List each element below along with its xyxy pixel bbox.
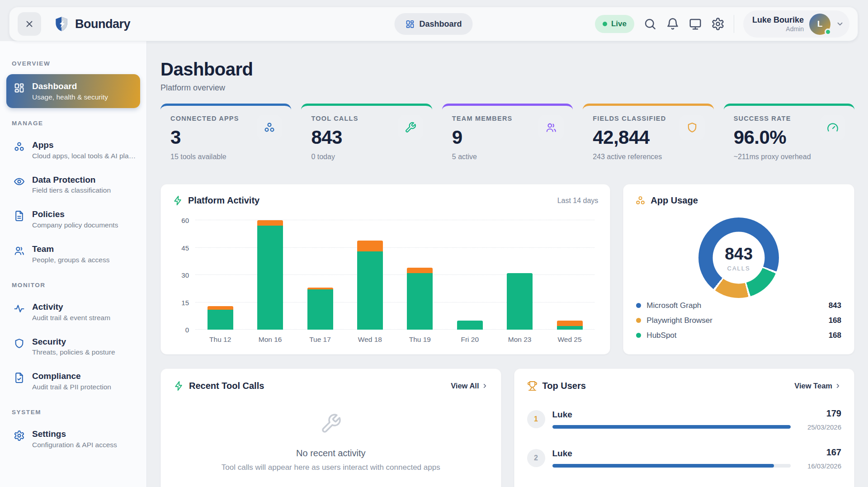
trophy-icon: [527, 381, 538, 391]
view-all-link[interactable]: View All: [451, 382, 488, 390]
close-button[interactable]: [18, 12, 41, 36]
x-axis-label: Mon 16: [259, 336, 282, 344]
sidebar-item-title: Apps: [32, 140, 136, 151]
stat-icon-box: [820, 115, 845, 140]
people-icon: [545, 122, 557, 133]
sidebar-nav: OVERVIEWDashboardUsage, health & securit…: [6, 60, 140, 455]
sidebar-item-policies[interactable]: PoliciesCompany policy documents: [6, 203, 140, 235]
legend-value: 168: [829, 316, 841, 325]
live-badge: Live: [595, 15, 634, 33]
sidebar-item-title: Policies: [32, 209, 118, 220]
platform-activity-chart: 015304560Thu 12Mon 16Tue 17Wed 18Thu 19F…: [195, 217, 594, 330]
top-user-row-3: 3Ricki4419/03/2026: [527, 480, 842, 487]
sidebar-item-compliance[interactable]: ComplianceAudit trail & PII protection: [6, 365, 140, 397]
stat-subtext: 0 today: [311, 153, 422, 161]
legend-label: Microsoft Graph: [646, 301, 701, 310]
top-user-row-1: 1Luke17925/03/2026: [527, 402, 842, 441]
gauge-icon: [827, 122, 839, 133]
settings-gear-icon[interactable]: [711, 17, 725, 31]
x-axis-label: Fri 20: [461, 336, 479, 344]
rank-badge: 2: [527, 449, 545, 467]
legend-value: 843: [829, 301, 841, 310]
x-axis-label: Tue 17: [309, 336, 331, 344]
monitor-icon[interactable]: [689, 17, 702, 31]
boundary-logo-icon: [53, 15, 70, 33]
apps-icon: [635, 195, 646, 206]
y-axis-tick: 15: [181, 298, 189, 306]
sidebar: OVERVIEWDashboardUsage, health & securit…: [0, 41, 147, 487]
usage-bar-fill: [552, 425, 791, 429]
top-users-list: 1Luke17925/03/20262Luke16716/03/20263Ric…: [527, 402, 842, 487]
notifications-bell-icon[interactable]: [666, 17, 679, 31]
platform-activity-title: Platform Activity: [188, 195, 259, 206]
y-axis-tick: 30: [181, 271, 189, 279]
sidebar-item-subtitle: Field tiers & classification: [32, 186, 111, 194]
sidebar-item-subtitle: Cloud apps, local tools & AI plat...: [32, 152, 136, 160]
apps-icon: [264, 122, 275, 133]
legend-dot: [636, 318, 641, 323]
empty-state: No recent activity Tool calls will appea…: [174, 413, 488, 472]
pulse-icon: [14, 303, 25, 314]
doc-check-icon: [14, 372, 25, 383]
bar-segment-success: [257, 226, 283, 330]
sidebar-item-data-protection[interactable]: Data ProtectionField tiers & classificat…: [6, 169, 140, 201]
sidebar-item-title: Dashboard: [32, 81, 108, 92]
x-axis-label: Wed 18: [358, 336, 382, 344]
stat-card-success-rate: SUCCESS RATE96.0%~211ms proxy overhead: [724, 104, 854, 170]
sidebar-item-settings[interactable]: SettingsConfiguration & API access: [6, 423, 140, 455]
x-axis-label: Mon 23: [508, 336, 532, 344]
range-label: Last 14 days: [557, 197, 599, 205]
recent-tool-calls-card: Recent Tool Calls View All No recent act…: [160, 369, 501, 487]
user-menu[interactable]: Luke Bourike Admin L: [743, 10, 849, 38]
sidebar-item-dashboard[interactable]: DashboardUsage, health & security: [6, 74, 140, 108]
stat-subtext: 5 active: [452, 153, 563, 161]
user-name: Luke: [552, 449, 791, 459]
donut-center-value: 843: [725, 244, 753, 263]
donut-center-label: CALLS: [727, 265, 750, 271]
bar-segment-errors: [208, 306, 233, 310]
brand: Boundary: [53, 15, 130, 33]
app-usage-card: App Usage 843 CALLS Microsoft Graph843Pl…: [623, 184, 854, 355]
avatar-online-dot: [825, 28, 831, 35]
sidebar-section-monitor: MONITOR: [12, 282, 135, 288]
usage-date: 25/03/2026: [798, 423, 841, 431]
app-usage-donut: 843 CALLS: [698, 217, 779, 298]
stat-card-team-members: TEAM MEMBERS95 active: [442, 104, 573, 170]
sidebar-item-security[interactable]: SecurityThreats, policies & posture: [6, 331, 140, 363]
x-axis-label: Thu 19: [409, 336, 431, 344]
main-content: Dashboard Platform overview CONNECTED AP…: [147, 41, 868, 487]
user-role: Admin: [752, 25, 804, 33]
bar-segment-success: [457, 321, 483, 330]
legend-value: 168: [829, 331, 841, 340]
grid-icon: [14, 82, 25, 94]
bar-wed-18: Wed 18: [357, 217, 383, 330]
bar-thu-19: Thu 19: [407, 217, 433, 330]
sidebar-item-team[interactable]: TeamPeople, groups & access: [6, 238, 140, 270]
bar-segment-success: [357, 251, 383, 330]
stat-subtext: ~211ms proxy overhead: [734, 153, 844, 161]
bar-segment-success: [307, 289, 333, 330]
sidebar-item-activity[interactable]: ActivityAudit trail & event stream: [6, 296, 140, 328]
top-users-title: Top Users: [542, 381, 586, 391]
sidebar-item-apps[interactable]: AppsCloud apps, local tools & AI plat...: [6, 134, 140, 166]
wrench-icon: [405, 122, 416, 133]
bar-tue-17: Tue 17: [307, 217, 333, 330]
sidebar-item-subtitle: Company policy documents: [32, 221, 118, 229]
usage-count: 179: [798, 408, 841, 419]
usage-count: 167: [798, 447, 841, 458]
stat-card-tool-calls: TOOL CALLS8430 today: [301, 104, 432, 170]
eye-icon: [14, 176, 25, 187]
bar-segment-errors: [557, 321, 583, 326]
sidebar-item-title: Data Protection: [32, 175, 111, 185]
sidebar-section-overview: OVERVIEW: [12, 60, 135, 67]
usage-bar-fill: [552, 464, 774, 468]
view-team-link[interactable]: View Team: [794, 382, 841, 390]
legend-row-microsoft-graph: Microsoft Graph843: [635, 298, 842, 313]
people-icon: [14, 245, 25, 256]
user-name: Luke Bourike: [752, 15, 804, 25]
sidebar-item-title: Compliance: [32, 371, 111, 382]
bar-mon-16: Mon 16: [257, 217, 283, 330]
nav-pill-dashboard[interactable]: Dashboard: [394, 13, 472, 35]
search-icon[interactable]: [643, 17, 657, 31]
page-title: Dashboard: [160, 59, 854, 80]
